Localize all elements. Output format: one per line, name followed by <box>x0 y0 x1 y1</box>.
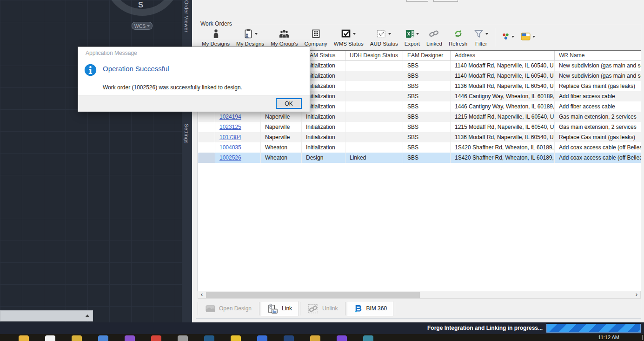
cell-address: 1S420 Shaffner Rd, Wheaton, IL 60189, U.… <box>451 142 555 153</box>
taskbar-app-icon[interactable] <box>363 335 373 341</box>
windows-taskbar: 11:12 AM <box>0 334 644 341</box>
cell-name: Replace Gas maint (gas leaks) <box>555 132 641 142</box>
table-row[interactable]: 1017384NapervilleInitializationSBS1136 M… <box>198 132 641 142</box>
taskbar-clock[interactable]: 11:12 AM <box>598 334 619 340</box>
taskbar-app-icon[interactable] <box>231 335 241 341</box>
toolbar-button-my-group-s[interactable]: My Group's <box>267 27 301 47</box>
table-row[interactable]: 1004035WheatonInitializationSBS1S420 Sha… <box>198 142 641 153</box>
taskbar-app-icon[interactable] <box>178 335 188 341</box>
row-selector-cell <box>198 132 215 142</box>
cell-name: Add fiber access cable <box>555 91 641 101</box>
column-header-address[interactable]: Address <box>451 51 555 60</box>
toolbar-button-aud-status[interactable]: AUD Status <box>367 27 401 47</box>
open-design-icon <box>206 305 215 313</box>
cell-address: 1446 Cantigny Way, Wheaton, IL 60189, ..… <box>451 101 555 112</box>
cell-designer: SBS <box>403 132 451 142</box>
command-bar[interactable] <box>0 310 93 321</box>
taskbar-app-icon[interactable] <box>257 335 267 341</box>
toolbar-button-plugin-colors-icon[interactable] <box>498 27 518 42</box>
taskbar-app-icon[interactable] <box>125 335 135 341</box>
wr-number-link[interactable]: 1024194 <box>219 114 241 120</box>
cell-eam_status: Initialization <box>302 122 345 132</box>
chevron-down-icon[interactable] <box>532 36 535 38</box>
taskbar-app-icon[interactable] <box>204 335 214 341</box>
plugin-colors-icon <box>502 33 510 40</box>
cell-name: Add coax access cable (off Belleau <box>555 153 641 163</box>
toolbar-button-layout-folder-icon[interactable] <box>518 27 538 42</box>
cell-address: 1446 Cantigny Way, Wheaton, IL 60189, ..… <box>451 91 555 101</box>
cell-udh_status <box>345 101 403 112</box>
link-button[interactable]: Link <box>261 301 299 316</box>
expand-up-icon[interactable] <box>85 314 90 317</box>
taskbar-app-icon[interactable] <box>337 335 347 341</box>
column-header-name[interactable]: WR Name <box>555 51 641 60</box>
clipboard-person-icon <box>243 29 253 39</box>
row-selector-cell <box>198 153 215 163</box>
taskbar-app-icon[interactable] <box>98 335 108 341</box>
column-header-udh_status[interactable]: UDH Design Status <box>345 51 403 60</box>
bim-360-button[interactable]: BIM 360 <box>347 301 393 316</box>
wcs-selector[interactable]: WCS <box>132 22 153 30</box>
toolbar-button-wms-status[interactable]: WMS Status <box>331 27 367 47</box>
toolbar-button-company[interactable]: Company <box>301 27 331 47</box>
cell-udh_status <box>345 71 403 81</box>
taskbar-app-icon[interactable] <box>45 335 55 341</box>
toolbar-button-my-designs[interactable]: My Designs <box>233 27 267 47</box>
wr-number-link[interactable]: 1004035 <box>219 144 241 151</box>
table-row[interactable]: 1002526WheatonDesignLinkedSBS1S420 Shaff… <box>198 153 641 163</box>
cutoff-button[interactable] <box>406 0 428 2</box>
tab-settings[interactable]: Settings <box>184 124 189 144</box>
chevron-down-icon[interactable] <box>353 33 356 35</box>
chevron-down-icon[interactable] <box>511 36 514 38</box>
table-row[interactable]: 1024194NapervilleInitializationSBS1215 M… <box>198 112 641 122</box>
toolbar-button-my-designs[interactable]: My Designs <box>199 27 233 47</box>
wr-number-link[interactable]: 1017384 <box>219 134 241 140</box>
info-icon <box>84 64 97 76</box>
scrollbar-thumb[interactable] <box>206 292 420 298</box>
row-selector-cell <box>198 142 215 153</box>
cell-address: 1140 Modaff Rd, Naperville, IL 60540, US… <box>451 71 555 81</box>
toolbar-button-refresh[interactable]: Refresh <box>445 27 471 47</box>
cell-wr: 1002526 <box>215 153 261 163</box>
taskbar-app-icon[interactable] <box>19 335 29 341</box>
table-row[interactable]: 1023125NapervilleInitializationSBS1215 M… <box>198 122 641 132</box>
taskbar-app-icon[interactable] <box>284 335 294 341</box>
dialog-message: Work order (1002526) was successfully li… <box>103 84 242 91</box>
taskbar-app-icon[interactable] <box>310 335 320 341</box>
chevron-down-icon[interactable] <box>255 33 258 35</box>
toolbar-button-label: Refresh <box>449 41 467 47</box>
cell-name: Gas main extension, 2 services <box>555 122 641 132</box>
excel-icon <box>405 29 414 38</box>
cell-name: Gas main extension, 2 services <box>555 112 641 122</box>
cell-address: 1S420 Shaffner Rd, Wheaton, IL 60189, U.… <box>451 153 555 163</box>
cell-designer: SBS <box>403 81 451 91</box>
toolbar-button-export[interactable]: Export <box>401 27 423 47</box>
scroll-left-button[interactable]: ‹ <box>198 291 206 298</box>
cell-udh_status <box>345 91 403 101</box>
chevron-down-icon[interactable] <box>485 33 488 35</box>
wr-number-link[interactable]: 1023125 <box>219 124 241 130</box>
horizontal-scrollbar[interactable]: ‹ › <box>198 291 641 299</box>
bim360-icon <box>353 304 362 313</box>
toolbar-button-linked[interactable]: Linked <box>423 27 445 47</box>
cutoff-button[interactable] <box>433 0 458 2</box>
toolbar-button-filter[interactable]: Filter <box>471 27 491 47</box>
scroll-right-button[interactable]: › <box>633 291 640 298</box>
person-icon <box>212 29 220 39</box>
wr-number-link[interactable]: 1002526 <box>219 154 241 161</box>
cell-wr: 1004035 <box>215 142 261 153</box>
layout-folder-icon <box>521 33 531 40</box>
cell-designer: SBS <box>403 60 451 71</box>
cell-office: Wheaton <box>261 142 302 153</box>
chevron-down-icon[interactable] <box>416 33 419 35</box>
ok-button[interactable]: OK <box>276 98 302 109</box>
taskbar-app-icon[interactable] <box>151 335 161 341</box>
chevron-down-icon[interactable] <box>388 33 391 35</box>
toolbar-separator <box>495 28 495 47</box>
cell-office: Naperville <box>261 122 302 132</box>
column-header-designer[interactable]: EAM Designer <box>403 51 451 60</box>
footer-separator <box>259 302 259 315</box>
taskbar-app-icon[interactable] <box>72 335 82 341</box>
funnel-icon <box>474 29 484 38</box>
tab-work-order-viewer[interactable]: Work Order Viewer <box>184 0 189 33</box>
